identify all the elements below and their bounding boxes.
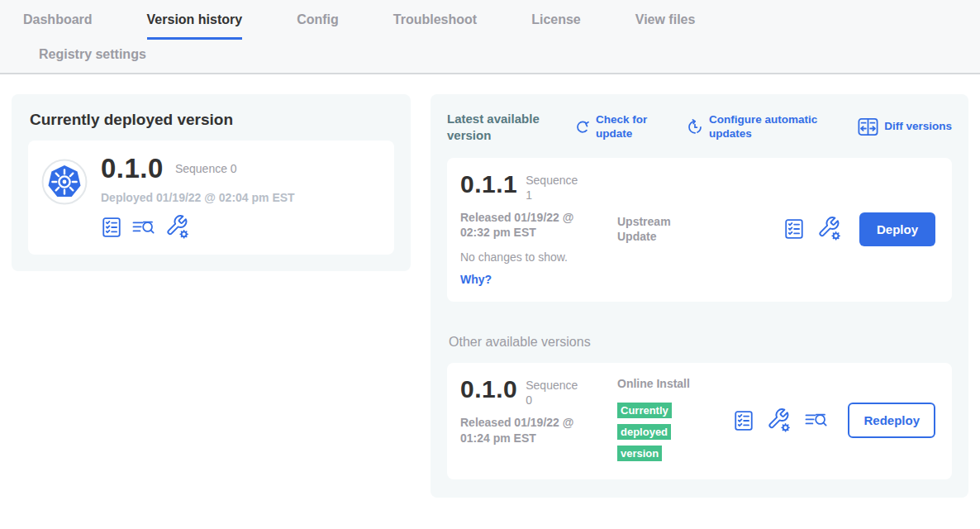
check-for-update-link[interactable]: Check for update: [574, 113, 670, 140]
nav-row-primary: Dashboard Version history Config Trouble…: [23, 12, 980, 40]
schedule-refresh-icon: [687, 119, 703, 136]
tab-config[interactable]: Config: [297, 12, 339, 37]
latest-source-label: Upstream Update: [617, 214, 697, 244]
latest-released-timestamp: Released 01/19/22 @ 02:32 pm EST: [460, 210, 602, 240]
preflight-checks-icon[interactable]: [783, 218, 805, 240]
configure-automatic-updates-label: Configure automatic updates: [709, 113, 837, 140]
tab-troubleshoot[interactable]: Troubleshoot: [393, 12, 477, 37]
redeploy-button[interactable]: Redeploy: [848, 403, 935, 438]
config-wrench-icon[interactable]: [767, 408, 792, 433]
tab-dashboard[interactable]: Dashboard: [23, 12, 93, 37]
other-version-details: 0.1.0 Sequence 0 Released 01/19/22 @ 01:…: [460, 376, 614, 464]
kubernetes-logo-icon: [41, 159, 88, 205]
other-sequence-label: Sequence 0: [526, 376, 582, 407]
refresh-icon: [574, 119, 590, 135]
latest-version-card: 0.1.1 Sequence 1 Released 01/19/22 @ 02:…: [447, 158, 952, 302]
latest-source-cell: Upstream Update: [617, 214, 697, 244]
latest-sequence-label: Sequence 1: [526, 171, 582, 203]
no-changes-text: No changes to show.: [460, 250, 614, 264]
deployed-sequence-label: Sequence 0: [175, 162, 237, 175]
tab-registry-settings[interactable]: Registry settings: [39, 47, 146, 71]
currently-deployed-badge: Currently deployed version: [617, 403, 672, 462]
latest-version-actions: Deploy: [783, 212, 935, 246]
tab-license[interactable]: License: [531, 12, 581, 37]
deployed-timestamp: Deployed 01/19/22 @ 02:04 pm EST: [101, 191, 295, 204]
deployed-version-card: 0.1.0 Sequence 0 Deployed 01/19/22 @ 02:…: [28, 141, 394, 255]
main-content: Currently deployed version: [0, 74, 980, 517]
latest-available-title: Latest available version: [447, 111, 556, 143]
diff-versions-link[interactable]: Diff versions: [858, 117, 952, 136]
deploy-button[interactable]: Deploy: [859, 212, 935, 246]
other-source-label: Online Install: [617, 376, 697, 391]
latest-panel-header: Latest available version Check for updat…: [447, 111, 952, 143]
other-released-timestamp: Released 01/19/22 @ 01:24 pm EST: [460, 415, 602, 445]
currently-deployed-panel: Currently deployed version: [12, 94, 411, 271]
tab-version-history[interactable]: Version history: [147, 12, 243, 40]
latest-version-details: 0.1.1 Sequence 1 Released 01/19/22 @ 02:…: [460, 171, 614, 287]
latest-available-panel: Latest available version Check for updat…: [431, 94, 968, 498]
nav-row-secondary: Registry settings: [23, 40, 980, 73]
tab-view-files[interactable]: View files: [635, 12, 696, 37]
other-source-cell: Online Install Currently deployed versio…: [617, 376, 697, 464]
why-link[interactable]: Why?: [460, 273, 492, 286]
diff-icon: [858, 117, 878, 136]
deploy-logs-icon[interactable]: [804, 410, 829, 431]
deploy-logs-icon[interactable]: [131, 217, 156, 238]
config-wrench-icon[interactable]: [817, 217, 842, 241]
diff-versions-label: Diff versions: [884, 120, 952, 133]
currently-deployed-badge-wrap: Currently deployed version: [617, 399, 680, 465]
other-versions-title: Other available versions: [449, 335, 952, 350]
deployed-version-number: 0.1.0: [101, 154, 164, 183]
check-for-update-label: Check for update: [596, 113, 670, 140]
latest-version-number: 0.1.1: [460, 171, 517, 203]
preflight-checks-icon[interactable]: [101, 217, 122, 238]
top-navigation: Dashboard Version history Config Trouble…: [0, 0, 980, 74]
deployed-version-details: 0.1.0 Sequence 0 Deployed 01/19/22 @ 02:…: [101, 154, 295, 240]
preflight-checks-icon[interactable]: [733, 410, 754, 431]
other-version-card: 0.1.0 Sequence 0 Released 01/19/22 @ 01:…: [447, 363, 952, 479]
other-version-actions: Redeploy: [733, 403, 935, 438]
config-wrench-icon[interactable]: [165, 215, 190, 240]
currently-deployed-title: Currently deployed version: [30, 111, 394, 129]
other-version-number: 0.1.0: [460, 376, 517, 407]
configure-automatic-updates-link[interactable]: Configure automatic updates: [687, 113, 837, 140]
